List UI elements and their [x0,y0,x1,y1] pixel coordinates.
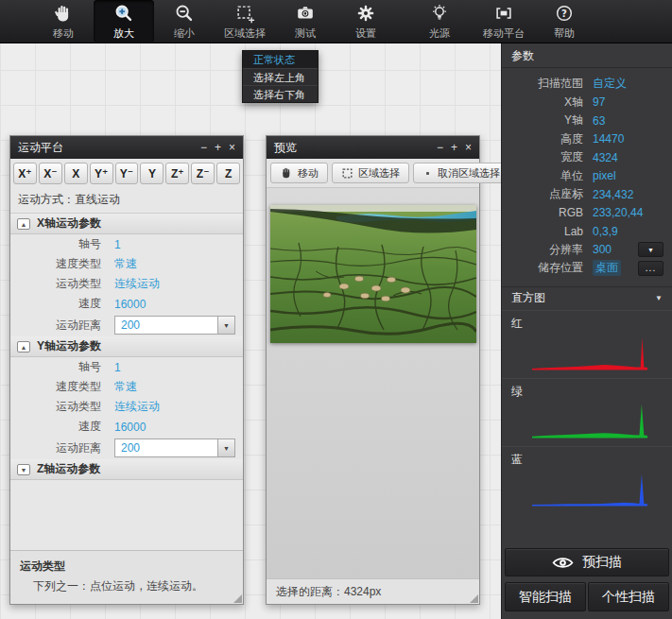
menu-item-normal-state[interactable]: 正常状态 [243,51,318,68]
zoom-in-icon [113,2,134,25]
axis-button-x-minus[interactable]: X⁻ [39,163,62,184]
param-value: 连续运动 [114,276,160,292]
toolbar-item-settings[interactable]: 设置 [336,0,396,43]
param-row: 速度类型 常速 [10,377,243,397]
param-row-resolution: 分辨率 300 ▼ [502,241,672,260]
panel-maximize-button[interactable]: + [451,142,457,153]
panel-close-button[interactable]: × [229,142,235,153]
params-rows: 扫描范围 自定义 X轴 97 Y轴 63 高度 14470 宽度 4324 单位… [502,68,672,278]
resize-grip[interactable] [470,594,478,603]
param-label: 轴号 [10,236,101,252]
cancel-region-select-button[interactable]: 取消区域选择 [413,163,509,183]
param-row-storage: 储存位置 桌面 ... [502,259,672,278]
panel-controls: − + × [437,142,472,153]
footer-title: 运动类型 [20,559,233,575]
collapse-up-icon: ▲ [17,341,30,352]
param-label: 运动类型 [10,399,101,415]
parameters-panel: 参数 扫描范围 自定义 X轴 97 Y轴 63 高度 14470 宽度 4324… [501,43,672,619]
panel-minimize-button[interactable]: − [437,142,443,153]
param-value: 16000 [114,421,146,434]
section-header-y-axis[interactable]: ▲ Y轴运动参数 [10,336,243,357]
param-label: 运动类型 [10,276,101,292]
histogram-label: 绿 [511,384,663,400]
axis-button-x[interactable]: X [64,163,88,184]
toolbar-item-test[interactable]: 测试 [275,0,336,43]
axis-button-z[interactable]: Z [216,163,240,184]
param-value: 1 [114,361,121,374]
histogram-header[interactable]: 直方图 ▼ [502,287,672,310]
scan-range-value[interactable]: 自定义 [593,76,627,92]
toolbar-item-platform[interactable]: 移动平台 [474,0,534,43]
preview-image[interactable] [270,205,476,343]
axis-button-x-plus[interactable]: X⁺ [13,163,37,184]
chevron-down-icon[interactable]: ▼ [217,439,234,456]
histogram-plot-red [532,335,647,370]
param-row: 速度 16000 [10,294,243,314]
smart-scan-button[interactable]: 智能扫描 [505,582,586,611]
menu-item-select-bottom-right[interactable]: 选择右下角 [243,85,318,102]
section-header-z-axis[interactable]: ▼ Z轴运动参数 [10,459,243,480]
toolbar-item-zoom-out[interactable]: 缩小 [154,0,215,43]
panel-maximize-button[interactable]: + [215,142,221,153]
toolbar-item-label: 移动平台 [483,26,525,41]
toolbar-item-light-source[interactable]: 光源 [409,0,470,43]
region-select-button[interactable]: 区域选择 [332,163,409,183]
panel-minimize-button[interactable]: − [200,142,207,153]
motion-mode-label: 运动方式：直线运动 [10,188,243,214]
storage-browse-button[interactable]: ... [638,261,663,276]
axis-button-y-plus[interactable]: Y⁺ [90,163,113,184]
param-label: 运动距离 [10,440,101,456]
resize-grip[interactable] [233,594,242,603]
axis-button-z-plus[interactable]: Z⁺ [165,163,189,184]
toolbar-item-label: 测试 [295,26,316,41]
axis-button-y[interactable]: Y [140,163,164,184]
axis-button-z-minus[interactable]: Z⁻ [191,163,215,184]
svg-text:?: ? [561,9,567,19]
panel-title: 预览 [274,140,437,156]
param-row: 单位 pixel [502,167,672,186]
param-row: 轴号 1 [10,357,243,377]
histogram-blue: 蓝 [502,446,672,514]
axis-button-y-minus[interactable]: Y⁻ [115,163,139,184]
section-header-x-axis[interactable]: ▲ X轴运动参数 [10,214,243,234]
preview-toolbar: 移动 区域选择 取消区域选择 [267,159,479,188]
chevron-down-icon: ▼ [655,294,663,302]
chevron-down-icon[interactable]: ▼ [217,317,234,334]
toolbar-item-move[interactable]: 移动 [33,0,94,43]
camera-icon [295,2,316,25]
toolbar-item-label: 设置 [355,26,376,41]
histogram-plot-green [532,403,647,438]
histogram-green: 绿 [502,378,672,446]
gear-icon [355,2,376,25]
histogram-section: 直方图 ▼ 红 绿 蓝 [502,286,672,514]
param-label: 速度 [10,296,101,312]
region-select-icon [341,167,353,180]
param-row: 高度 14470 [502,130,672,149]
menu-item-select-top-left[interactable]: 选择左上角 [243,68,318,85]
y-distance-combobox[interactable]: 200 ▼ [114,438,235,457]
params-title: 参数 [502,43,672,68]
x-distance-combobox[interactable]: 200 ▼ [114,316,235,335]
param-label: 运动距离 [10,318,101,334]
param-row: X轴 97 [502,94,672,112]
toolbar-item-zoom-in[interactable]: 放大 [94,0,154,43]
toolbar-item-region-select[interactable]: 区域选择 [215,0,275,43]
toolbar-item-label: 放大 [113,26,134,41]
combobox-value: 200 [115,439,217,456]
move-button[interactable]: 移动 [270,163,328,183]
storage-value[interactable]: 桌面 [593,260,621,276]
histogram-plot-blue [532,471,647,507]
param-value: 16000 [114,298,146,311]
toolbar-item-label: 帮助 [554,26,575,41]
prescan-button[interactable]: 预扫描 [505,548,669,576]
param-value: 常速 [114,379,137,395]
toolbar-item-help[interactable]: ? 帮助 [534,0,594,43]
toolbar-item-label: 移动 [53,26,74,41]
resolution-dropdown-button[interactable]: ▼ [638,242,663,257]
preview-canvas [267,188,479,578]
status-bar: 选择的距离：4324px [267,578,479,604]
combobox-value: 200 [115,317,217,334]
panel-close-button[interactable]: × [465,142,472,153]
axis-button-row: X⁺ X⁻ X Y⁺ Y⁻ Y Z⁺ Z⁻ Z [10,159,243,188]
custom-scan-button[interactable]: 个性扫描 [588,582,669,611]
